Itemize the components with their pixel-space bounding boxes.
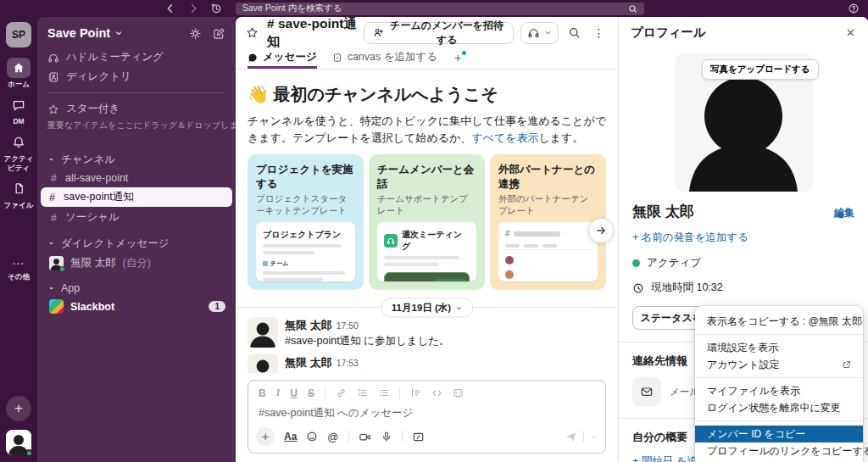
hash-icon: # xyxy=(505,229,510,238)
menu-set-away[interactable]: ログイン状態を離席中に変更 xyxy=(695,399,863,416)
menu-show-preferences[interactable]: 環境設定を表示 xyxy=(695,339,863,356)
sidebar-item-directory[interactable]: ディレクトリ xyxy=(37,67,236,86)
message-row[interactable]: 無限 太郎17:50 #save-point通知 に参加しました。 xyxy=(236,313,618,350)
menu-view-my-files[interactable]: マイファイルを表示 xyxy=(695,382,863,399)
underline-icon[interactable]: U xyxy=(290,387,298,399)
section-chevron-icon xyxy=(47,240,55,248)
history-forward-icon[interactable] xyxy=(187,3,199,14)
sidebar-item-starred[interactable]: スター付き xyxy=(37,99,236,119)
code-block-icon[interactable] xyxy=(453,387,464,398)
rail-item-more[interactable]: … その他 xyxy=(0,250,37,281)
invite-members-button[interactable]: チームのメンバーを招待する xyxy=(364,22,514,44)
star-channel-icon[interactable] xyxy=(246,26,259,39)
add-pronunciation-link[interactable]: + 名前の発音を追加する xyxy=(632,231,854,245)
menu-divider xyxy=(695,334,863,335)
edit-profile-link[interactable]: 編集 xyxy=(834,206,854,220)
rail-item-home[interactable]: ホーム xyxy=(0,58,37,88)
help-icon[interactable] xyxy=(848,3,860,14)
blockquote-icon[interactable] xyxy=(410,387,421,398)
tab-messages[interactable]: メッセージ xyxy=(248,50,317,69)
formatting-toolbar: B I U S xyxy=(248,381,605,401)
close-icon[interactable] xyxy=(845,27,856,38)
message-avatar[interactable] xyxy=(248,317,278,348)
message-history[interactable]: 👋 最初のチャンネルへようこそ チャンネルを使うと、特定のトピックに集中して仕事… xyxy=(236,70,618,373)
profile-context-menu: 表示名をコピーする : @無限 太郎 環境設定を表示 アカウント設定 マイファイ… xyxy=(695,306,863,462)
code-icon[interactable] xyxy=(431,387,442,398)
menu-account-settings[interactable]: アカウント設定 xyxy=(695,356,863,373)
channel-search-icon[interactable] xyxy=(565,23,583,43)
dms-header[interactable]: ダイレクトメッセージ xyxy=(37,232,236,253)
scroll-templates-right-button[interactable] xyxy=(588,218,614,243)
message-author[interactable]: 無限 太郎 xyxy=(285,356,332,369)
person-add-icon xyxy=(373,27,384,38)
sidebar-dm-self[interactable]: 無限 太郎 (自分) xyxy=(37,253,236,273)
sidebar-channel-save-point-notice[interactable]: # save-point通知 xyxy=(41,187,232,207)
template-preview: # xyxy=(498,222,598,281)
rail-item-activity[interactable]: アクティビティ xyxy=(0,132,37,171)
user-avatar[interactable] xyxy=(6,430,31,455)
search-placeholder: Save Point 内を検索する xyxy=(242,3,342,14)
message-composer[interactable]: B I U S #save-point通知 へのメッセージ xyxy=(248,380,606,454)
search-input[interactable]: Save Point 内を検索する xyxy=(236,3,644,15)
send-options-chevron-icon[interactable] xyxy=(590,433,598,441)
italic-icon[interactable]: I xyxy=(276,387,281,399)
sidebar-channel-social[interactable]: # ソーシャル xyxy=(37,208,236,227)
template-card-partners[interactable]: 外部パートナーとの連携 外部のパートナーテンプレート # xyxy=(490,154,606,290)
menu-copy-member-id[interactable]: メンバー ID をコピー xyxy=(695,426,863,443)
attach-plus-button[interactable]: + xyxy=(256,427,275,446)
mic-icon[interactable] xyxy=(381,431,392,443)
video-icon[interactable] xyxy=(359,431,371,443)
slack-app: Save Point 内を検索する SP ホーム DM アクティビティ xyxy=(0,0,868,462)
message-author[interactable]: 無限 太郎 xyxy=(285,319,332,331)
menu-copy-display-name[interactable]: 表示名をコピーする : @無限 太郎 xyxy=(695,313,863,330)
bulleted-list-icon[interactable] xyxy=(378,387,389,398)
workspace-name: Save Point xyxy=(47,26,110,40)
emoji-icon[interactable] xyxy=(306,431,318,443)
directory-icon xyxy=(47,71,59,83)
apps-header[interactable]: App xyxy=(37,278,236,297)
rail-item-dm[interactable]: DM xyxy=(0,95,37,125)
link-icon[interactable] xyxy=(336,387,347,398)
date-pill[interactable]: 11月19日 (水) xyxy=(381,298,473,318)
huddle-button[interactable] xyxy=(520,22,559,44)
message-time: 17:50 xyxy=(337,320,359,331)
mention-icon[interactable]: @ xyxy=(327,431,338,443)
sidebar-app-slackbot[interactable]: Slackbot 1 xyxy=(37,297,236,316)
slackbot-avatar xyxy=(49,299,64,314)
compose-icon[interactable] xyxy=(213,27,225,40)
message-input[interactable]: #save-point通知 へのメッセージ xyxy=(248,401,605,424)
sidebar-divider xyxy=(47,92,225,93)
history-back-icon[interactable] xyxy=(164,3,176,14)
template-card-project[interactable]: プロジェクトを実施する プロジェクトスターターキットテンプレート プロジェクトプ… xyxy=(248,154,364,290)
show-all-templates-link[interactable]: すべてを表示 xyxy=(471,131,538,144)
strikethrough-icon[interactable]: S xyxy=(308,387,314,399)
workspace-switcher[interactable]: SP xyxy=(6,22,31,47)
upload-photo-button[interactable]: 写真をアップロードする xyxy=(702,59,818,80)
slash-shortcuts-icon[interactable] xyxy=(412,431,425,443)
message-bubble-icon xyxy=(248,53,258,63)
tab-add-canvas[interactable]: canvas を追加する xyxy=(332,50,437,69)
channel-title[interactable]: # save-point通知 xyxy=(267,17,357,51)
clock-icon xyxy=(632,282,644,294)
send-icon[interactable] xyxy=(565,431,577,443)
gear-icon[interactable] xyxy=(189,27,202,40)
history-clock-icon[interactable] xyxy=(210,3,222,14)
channel-more-icon[interactable]: ⋮ xyxy=(590,23,608,43)
join-huddle-mini-button: ハドルミーティングに参加する xyxy=(435,279,465,281)
menu-copy-profile-link[interactable]: プロフィールのリンクをコピーする xyxy=(695,443,863,459)
message-avatar[interactable] xyxy=(248,354,278,373)
formatting-toggle[interactable]: Aa xyxy=(284,431,297,443)
ordered-list-icon[interactable] xyxy=(357,387,368,398)
add-workspace-button[interactable]: + xyxy=(6,396,31,421)
template-card-team[interactable]: チームメンバーと会話 チームサポートテンプレート 週次ミーティング xyxy=(369,154,485,290)
channels-header[interactable]: チャンネル xyxy=(37,148,236,170)
sidebar-item-huddles[interactable]: ハドルミーティング xyxy=(37,47,236,67)
presence-dot xyxy=(59,266,65,272)
profile-avatar[interactable]: 写真をアップロードする xyxy=(675,53,813,192)
tab-add-plus[interactable]: + xyxy=(453,51,463,69)
workspace-menu[interactable]: Save Point xyxy=(37,20,236,47)
sidebar-channel-all-save-point[interactable]: # all-save-point xyxy=(37,170,236,186)
rail-item-files[interactable]: ファイル xyxy=(0,179,37,209)
message-row[interactable]: 無限 太郎17:53 チャンネルの名前を「新しいチャンネル」から「save-po… xyxy=(236,350,618,373)
bold-icon[interactable]: B xyxy=(259,387,266,399)
